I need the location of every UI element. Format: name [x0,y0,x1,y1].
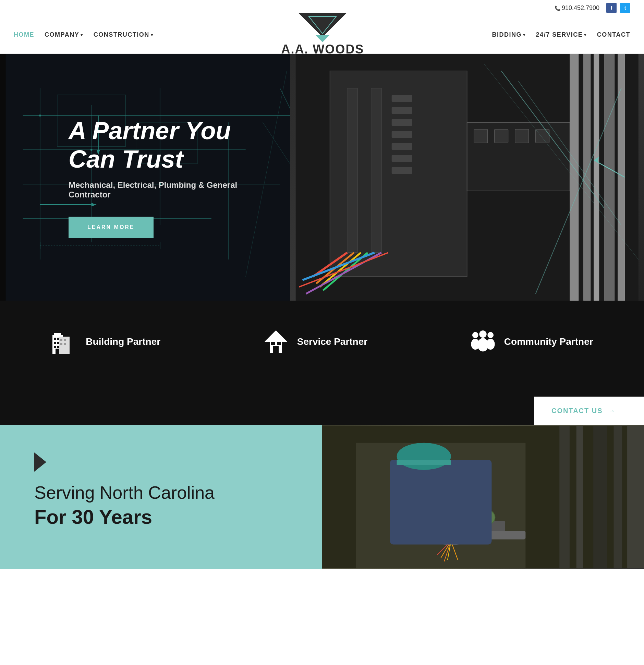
svg-rect-65 [57,338,59,340]
service-dropdown-arrow: ▾ [584,33,587,37]
svg-point-16 [39,114,41,117]
logo-svg [295,8,350,42]
svg-marker-2 [316,35,329,42]
svg-rect-33 [391,119,412,126]
svg-rect-66 [54,342,56,344]
service-partner-label: Service Partner [297,336,367,347]
building-partner[interactable]: Building Partner [51,328,160,355]
learn-more-button[interactable]: LEARN MORE [69,217,154,238]
svg-rect-106 [613,426,622,568]
svg-rect-54 [618,54,624,301]
serving-section: Serving North Carolina For 30 Years [0,425,644,569]
contact-us-box[interactable]: CONTACT US → [534,397,644,425]
svg-rect-46 [474,129,487,143]
community-partner[interactable]: Community Partner [469,328,593,355]
hero-section: A Partner You Can Trust Mechanical, Elec… [0,54,644,301]
nav-item-company[interactable]: COMPANY ▾ [45,31,83,38]
building-partner-icon [51,328,78,355]
nav-left: HOME COMPANY ▾ CONSTRUCTION ▾ [14,31,153,38]
panel-wires-svg [290,54,644,301]
hero-title: A Partner You Can Trust [69,117,274,173]
svg-rect-37 [391,167,412,174]
construction-dropdown-arrow: ▾ [151,33,154,37]
svg-point-85 [479,330,486,338]
community-partner-icon [469,328,497,355]
svg-rect-49 [535,129,549,143]
nav-right: BIDDING ▾ 24/7 SERVICE ▾ CONTACT [492,31,630,38]
serving-left: Serving North Carolina For 30 Years [0,425,322,569]
svg-rect-72 [60,343,62,345]
building-partner-label: Building Partner [86,336,160,347]
svg-point-83 [487,332,494,338]
nav-item-construction[interactable]: CONSTRUCTION ▾ [94,31,154,38]
hero-subtitle: Mechanical, Electrical, Plumbing & Gener… [69,180,274,200]
contact-us-strip: CONTACT US → [0,397,644,425]
svg-rect-62 [54,333,61,337]
svg-rect-70 [60,339,62,341]
svg-rect-53 [604,54,614,301]
svg-rect-47 [494,129,508,143]
hero-content: A Partner You Can Trust Mechanical, Elec… [0,117,274,238]
worker-svg [322,425,644,569]
navbar: HOME COMPANY ▾ CONSTRUCTION ▾ A.A. WOODS… [0,16,644,54]
serving-title-line1: Serving North Carolina [34,482,302,503]
partners-section: Building Partner Service Partner [0,301,644,397]
svg-rect-50 [570,54,578,301]
phone-number[interactable]: 910.452.7900 [555,4,599,12]
bidding-dropdown-arrow: ▾ [523,33,526,37]
svg-rect-104 [576,426,583,568]
svg-rect-69 [57,346,59,348]
svg-rect-107 [627,426,644,568]
svg-rect-32 [391,107,412,114]
svg-point-101 [397,443,451,470]
svg-rect-35 [391,143,412,150]
svg-rect-74 [56,349,59,354]
svg-rect-68 [54,346,56,348]
svg-rect-29 [347,88,357,253]
svg-rect-36 [391,155,412,162]
svg-rect-102 [397,460,451,465]
facebook-icon[interactable]: f [606,3,617,13]
service-partner-icon [262,328,290,355]
svg-rect-31 [391,95,412,102]
serving-right [322,425,644,569]
svg-rect-30 [371,88,381,253]
serving-title-line2: For 30 Years [34,506,302,528]
nav-item-bidding[interactable]: BIDDING ▾ [492,31,526,38]
svg-rect-105 [593,426,607,568]
svg-point-81 [472,332,478,338]
twitter-icon[interactable]: t [620,3,630,13]
svg-rect-71 [64,339,66,341]
svg-rect-79 [271,342,275,345]
social-icons: f t [606,3,630,13]
svg-rect-52 [594,54,599,301]
community-partner-label: Community Partner [504,336,593,347]
nav-item-service[interactable]: 24/7 SERVICE ▾ [536,31,587,38]
nav-item-contact[interactable]: CONTACT [597,31,630,38]
company-dropdown-arrow: ▾ [81,33,83,37]
svg-rect-48 [515,129,528,143]
service-partner[interactable]: Service Partner [262,328,367,355]
contact-us-arrow: → [608,407,615,415]
svg-rect-100 [390,460,491,544]
svg-rect-67 [57,342,59,344]
hero-panel-area [290,54,644,301]
svg-rect-78 [273,346,279,353]
serving-triangle-decoration [34,452,46,472]
nav-item-home[interactable]: HOME [14,31,34,38]
svg-rect-34 [391,131,412,138]
svg-rect-64 [54,338,56,340]
svg-point-86 [477,338,488,351]
svg-rect-80 [277,342,281,345]
svg-rect-73 [64,343,66,345]
worker-background [322,425,644,569]
svg-rect-103 [559,426,570,568]
contact-us-label: CONTACT US [551,407,603,415]
